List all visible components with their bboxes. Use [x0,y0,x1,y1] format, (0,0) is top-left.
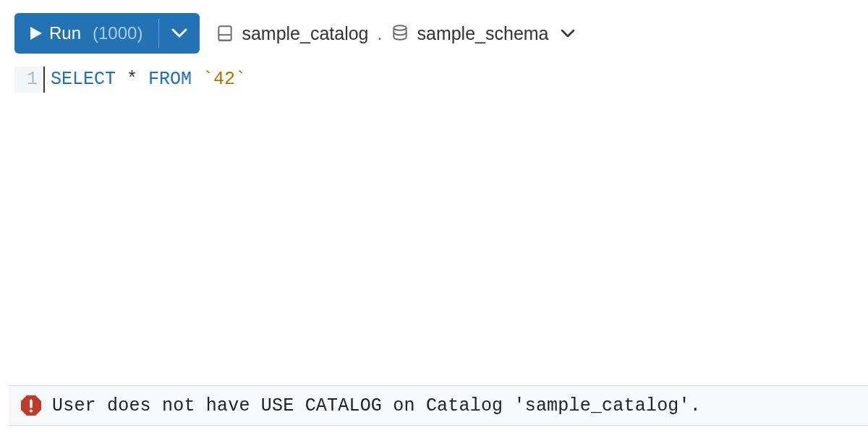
token-star: * [127,69,137,90]
context-selector[interactable]: sample_catalog . sample_schema [216,23,574,44]
svg-point-7 [30,409,33,412]
run-dropdown-button[interactable] [159,13,200,54]
catalog-name: sample_catalog [242,23,368,44]
token-from: FROM [148,69,192,90]
editor-line: 1 SELECT * FROM `42` [0,67,868,93]
token-select: SELECT [51,69,116,90]
svg-rect-1 [219,26,231,41]
error-bar: User does not have USE CATALOG on Catalo… [9,385,868,426]
run-button-group: Run (1000) [14,13,200,54]
run-button[interactable]: Run (1000) [14,13,158,54]
error-icon [20,395,42,416]
run-label: Run [49,23,81,43]
schema-icon [391,24,409,43]
svg-rect-6 [30,400,33,408]
token-identifier: `42` [203,69,246,90]
line-number: 1 [14,67,43,93]
run-limit: (1000) [93,23,142,43]
sql-editor[interactable]: 1 SELECT * FROM `42` [0,64,868,93]
chevron-down-icon [171,28,187,38]
error-message: User does not have USE CATALOG on Catalo… [52,395,701,416]
catalog-icon [216,24,234,43]
svg-point-4 [394,25,407,30]
svg-marker-0 [30,27,42,40]
dot-separator: . [378,23,383,44]
line-content[interactable]: SELECT * FROM `42` [43,67,246,93]
toolbar: Run (1000) sample_catalog . sa [0,0,868,64]
chevron-down-icon [561,29,575,38]
schema-name: sample_schema [417,23,548,44]
play-icon [30,27,42,40]
